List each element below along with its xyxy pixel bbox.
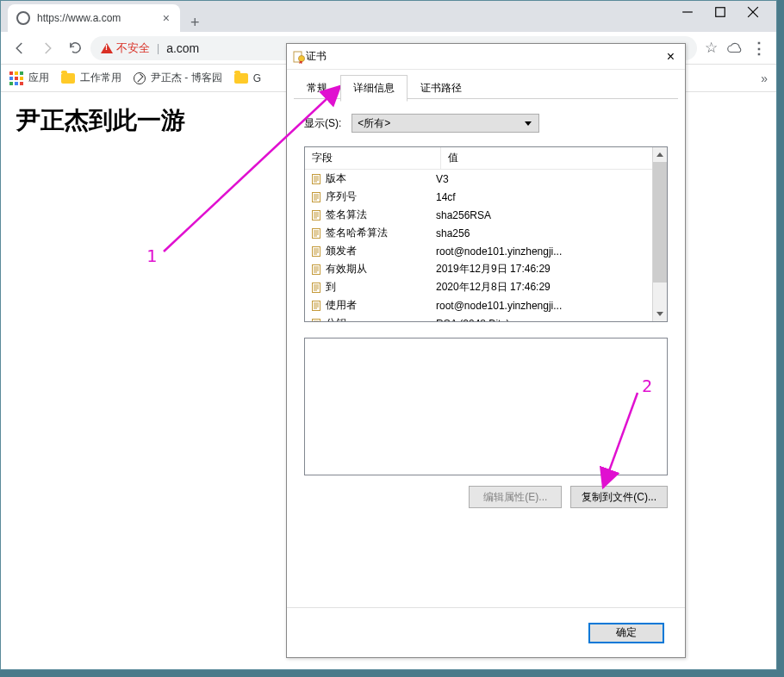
bookmarks-overflow-button[interactable]: » [761, 71, 768, 85]
tab-close-icon[interactable]: × [159, 11, 173, 25]
url-text: a.com [166, 41, 199, 55]
url-separator: | [157, 42, 159, 54]
bookmark-item[interactable]: 尹正杰 - 博客园 [134, 71, 222, 85]
maximize-icon[interactable] [714, 6, 726, 18]
folder-icon [61, 73, 75, 84]
cell-field: 使用者 [326, 298, 357, 313]
table-row[interactable]: 公钥RSA (2048 Bits) [305, 314, 652, 321]
show-select-value: <所有> [358, 116, 390, 131]
reload-button[interactable] [63, 36, 87, 60]
tab-details[interactable]: 详细信息 [340, 75, 408, 102]
cell-field: 序列号 [326, 189, 357, 204]
table-scrollbar[interactable] [652, 147, 667, 321]
menu-icon[interactable]: ⋮ [749, 38, 769, 59]
certificate-icon [292, 50, 306, 64]
insecure-label: 不安全 [116, 40, 150, 56]
insecure-badge[interactable]: 不安全 [101, 40, 150, 56]
cell-field: 签名算法 [326, 208, 367, 222]
table-row[interactable]: 版本V3 [305, 170, 652, 188]
window-close-icon[interactable] [747, 6, 759, 18]
column-header-field[interactable]: 字段 [305, 147, 441, 169]
table-row[interactable]: 签名哈希算法sha256 [305, 224, 652, 242]
cell-value: sha256 [436, 227, 647, 239]
cell-field: 签名哈希算法 [326, 226, 388, 240]
cell-field: 公钥 [326, 316, 346, 321]
cell-value: sha256RSA [436, 209, 647, 221]
bookmark-item[interactable]: 工作常用 [61, 71, 121, 85]
show-label: 显示(S): [304, 116, 341, 131]
dialog-titlebar: 证书 × [287, 44, 685, 70]
apps-label: 应用 [28, 71, 49, 85]
dialog-close-button[interactable]: × [662, 49, 680, 65]
show-select[interactable]: <所有> [352, 114, 539, 133]
browser-tab[interactable]: https://www.a.com × [8, 4, 180, 32]
annotation-label-2: 2 [642, 376, 652, 396]
cell-value: V3 [436, 173, 647, 185]
forward-button[interactable] [35, 36, 59, 60]
cell-field: 到 [326, 280, 336, 295]
new-tab-button[interactable]: + [180, 14, 210, 32]
bookmark-label: 尹正杰 - 博客园 [151, 71, 222, 85]
cell-value: RSA (2048 Bits) [436, 318, 647, 322]
table-header: 字段 值 [305, 147, 652, 170]
svg-rect-41 [313, 301, 320, 310]
svg-rect-36 [313, 283, 320, 292]
scroll-thumb[interactable] [653, 162, 667, 283]
annotation-label-1: 1 [146, 245, 157, 266]
bookmark-label: G [253, 72, 261, 84]
svg-rect-6 [313, 174, 320, 183]
copy-to-file-button[interactable]: 复制到文件(C)... [570, 486, 668, 508]
minimize-icon[interactable] [681, 6, 694, 18]
bookmark-item[interactable]: G [234, 72, 261, 84]
cnblogs-icon [134, 72, 146, 84]
cell-value: 14cf [436, 191, 647, 203]
dialog-footer: 确定 [287, 607, 685, 657]
cell-value: root@node101.yinzhengji... [436, 245, 647, 258]
svg-rect-16 [313, 210, 320, 220]
svg-rect-26 [313, 246, 320, 256]
certificate-dialog: 证书 × 常规 详细信息 证书路径 显示(S): <所有> 字段 值 版本V3序… [286, 43, 686, 658]
column-header-value[interactable]: 值 [441, 147, 652, 169]
cert-details-panel: 显示(S): <所有> 字段 值 版本V3序列号14cf签名算法sha256RS… [287, 102, 685, 607]
field-value-box [304, 338, 668, 475]
table-row[interactable]: 签名算法sha256RSA [305, 206, 652, 224]
apps-button[interactable]: 应用 [9, 71, 49, 85]
folder-icon [234, 73, 248, 84]
ok-button[interactable]: 确定 [588, 623, 664, 643]
table-row[interactable]: 使用者root@node101.yinzhengji... [305, 296, 652, 314]
cell-value: 2019年12月9日 17:46:29 [436, 262, 647, 276]
cell-field: 版本 [326, 171, 346, 186]
back-button[interactable] [8, 36, 32, 60]
table-row[interactable]: 有效期从2019年12月9日 17:46:29 [305, 260, 652, 278]
cell-field: 颁发者 [326, 244, 357, 258]
scroll-up-button[interactable] [653, 147, 667, 162]
table-row[interactable]: 颁发者root@node101.yinzhengji... [305, 242, 652, 260]
cell-value: 2020年12月8日 17:46:29 [436, 280, 647, 295]
svg-rect-21 [313, 228, 320, 238]
window-controls [681, 1, 776, 18]
apps-grid-icon [9, 71, 23, 85]
bookmark-label: 工作常用 [80, 71, 121, 85]
svg-rect-31 [313, 264, 320, 274]
svg-rect-1 [716, 8, 725, 17]
svg-rect-11 [313, 192, 320, 202]
edit-properties-button: 编辑属性(E)... [469, 486, 562, 508]
star-icon[interactable]: ☆ [700, 38, 721, 59]
cell-value: root@node101.yinzhengji... [436, 300, 647, 312]
cert-fields-table[interactable]: 字段 值 版本V3序列号14cf签名算法sha256RSA签名哈希算法sha25… [304, 146, 668, 322]
scroll-down-button[interactable] [653, 307, 667, 321]
cell-field: 有效期从 [326, 262, 367, 276]
globe-icon [16, 11, 30, 25]
warning-triangle-icon [101, 43, 113, 53]
table-row[interactable]: 序列号14cf [305, 188, 652, 206]
extension-cloud-icon[interactable] [725, 38, 745, 59]
browser-tab-strip: https://www.a.com × + [1, 1, 776, 32]
svg-point-5 [299, 55, 305, 61]
dialog-title: 证书 [306, 49, 662, 64]
tab-title: https://www.a.com [37, 12, 159, 24]
table-row[interactable]: 到2020年12月8日 17:46:29 [305, 278, 652, 296]
